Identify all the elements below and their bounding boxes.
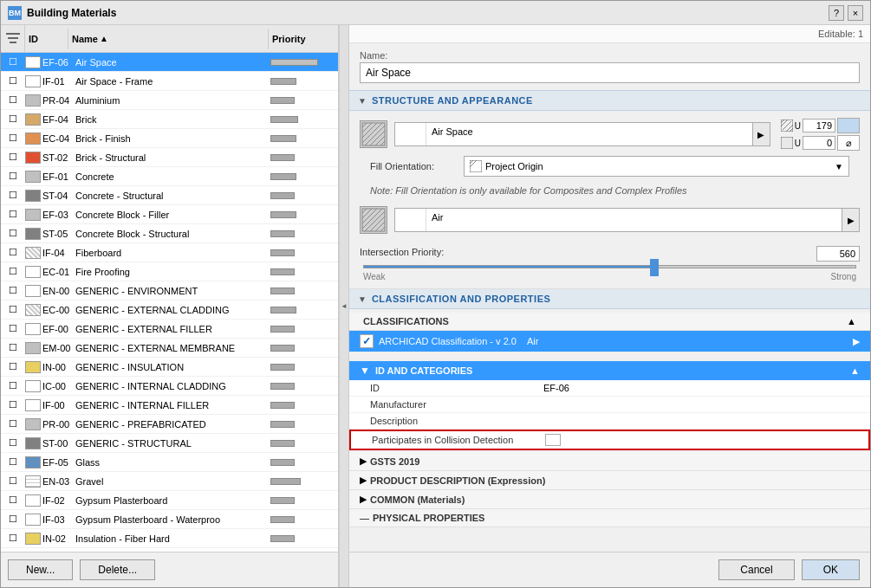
item-checkbox[interactable]: ☐ <box>1 304 25 315</box>
list-item[interactable]: ☐ ST-05 Concrete Block - Structural <box>1 224 338 243</box>
slider-track[interactable] <box>363 265 856 268</box>
right-panel: Editable: 1 Name: ▼ STRUCTURE AND APPEAR… <box>349 25 870 587</box>
item-checkbox[interactable]: ☐ <box>1 494 25 506</box>
item-checkbox[interactable]: ☐ <box>1 475 25 487</box>
list-item[interactable]: ☐ ST-02 Brick - Structural <box>1 148 338 167</box>
archicad-classification-row[interactable]: ✓ ARCHICAD Classification - v 2.0 Air ▶ <box>349 331 870 352</box>
item-checkbox[interactable]: ☐ <box>1 228 25 239</box>
svg-line-11 <box>380 141 385 145</box>
material2-selector[interactable]: Air ▶ <box>394 208 860 232</box>
num-input-1[interactable] <box>803 119 835 132</box>
list-item[interactable]: ☐ IF-00 GENERIC - INTERNAL FILLER <box>1 396 338 415</box>
item-id: EF-03 <box>41 210 74 220</box>
right-scroll-area[interactable]: Name: ▼ STRUCTURE AND APPEARANCE <box>349 43 870 552</box>
list-item[interactable]: ☐ IF-01 Air Space - Frame <box>1 72 338 91</box>
list-item[interactable]: ☐ EF-06 Air Space <box>1 53 338 72</box>
list-item[interactable]: ☐ IF-02 Gypsum Plasterboard <box>1 491 338 510</box>
svg-line-17 <box>790 128 793 132</box>
intersection-value-input[interactable] <box>816 246 860 262</box>
close-button[interactable]: × <box>848 5 863 21</box>
item-checkbox[interactable]: ☐ <box>1 247 25 258</box>
material1-expand-btn[interactable]: ▶ <box>752 123 770 145</box>
diameter-btn[interactable]: ⌀ <box>837 135 860 151</box>
material-list[interactable]: ☐ EF-06 Air Space ☐ IF-01 Air Space - Fr… <box>1 53 338 552</box>
list-item[interactable]: ☐ EM-00 GENERIC - EXTERNAL MEMBRANE <box>1 339 338 358</box>
svg-line-15 <box>783 121 791 130</box>
col-name-header[interactable]: Name ▲ <box>68 29 269 49</box>
cancel-button[interactable]: Cancel <box>718 559 794 580</box>
item-checkbox[interactable]: ☐ <box>1 361 25 372</box>
material1-selector[interactable]: Air Space ▶ <box>394 122 770 146</box>
new-button[interactable]: New... <box>8 559 73 580</box>
item-name: GENERIC - EXTERNAL FILLER <box>74 324 269 334</box>
material2-expand-btn[interactable]: ▶ <box>842 209 859 231</box>
list-item[interactable]: ☐ IF-04 Fiberboard <box>1 243 338 262</box>
item-checkbox[interactable]: ☐ <box>1 152 25 163</box>
list-item[interactable]: ☐ EF-01 Concrete <box>1 167 338 186</box>
physical-sub-header[interactable]: — PHYSICAL PROPERTIES <box>349 509 870 527</box>
item-checkbox[interactable]: ☐ <box>1 209 25 220</box>
item-checkbox[interactable]: ☐ <box>1 132 25 144</box>
product-expand-icon: ▶ <box>360 475 367 486</box>
item-checkbox[interactable]: ☐ <box>1 342 25 353</box>
item-checkbox[interactable]: ☐ <box>1 190 25 201</box>
item-checkbox[interactable]: ☐ <box>1 94 25 106</box>
svg-line-29 <box>375 222 385 231</box>
panel-separator[interactable]: ◄ <box>339 25 349 587</box>
id-section-scroll-icon[interactable]: ▲ <box>850 365 860 376</box>
list-item[interactable]: ☐ EC-04 Brick - Finish <box>1 129 338 148</box>
id-section-header[interactable]: ▼ ID AND CATEGORIES ▲ <box>349 361 870 380</box>
collision-checkbox[interactable] <box>545 434 561 446</box>
item-swatch <box>25 171 41 183</box>
item-checkbox[interactable]: ☐ <box>1 171 25 182</box>
list-item[interactable]: ☐ ST-04 Concrete - Structural <box>1 186 338 205</box>
common-sub-header[interactable]: ▶ COMMON (Materials) <box>349 490 870 509</box>
list-item[interactable]: ☐ EF-00 GENERIC - EXTERNAL FILLER <box>1 320 338 339</box>
item-checkbox[interactable]: ☐ <box>1 285 25 296</box>
list-item[interactable]: ☐ PR-04 Aluminium <box>1 91 338 110</box>
list-item[interactable]: ☐ EC-00 GENERIC - EXTERNAL CLADDING <box>1 300 338 320</box>
list-item[interactable]: ☐ ST-00 GENERIC - STRUCTURAL <box>1 434 338 453</box>
item-id: IF-03 <box>41 514 74 525</box>
classifications-scroll-up-icon[interactable]: ▲ <box>847 316 856 326</box>
item-checkbox[interactable]: ☐ <box>1 418 25 430</box>
item-checkbox[interactable]: ☐ <box>1 113 25 125</box>
list-item[interactable]: ☐ EF-04 Brick <box>1 110 338 129</box>
item-checkbox[interactable]: ☐ <box>1 56 25 68</box>
color-swatch-1[interactable] <box>837 118 860 133</box>
item-checkbox[interactable]: ☐ <box>1 266 25 277</box>
gsts-sub-header[interactable]: ▶ GSTS 2019 <box>349 452 870 471</box>
fill-orientation-dropdown[interactable]: Project Origin ▼ <box>464 156 849 177</box>
help-button[interactable]: ? <box>829 5 844 21</box>
product-sub-header[interactable]: ▶ PRODUCT DESCRIPTION (Expression) <box>349 471 870 490</box>
item-checkbox[interactable]: ☐ <box>1 437 25 449</box>
structure-section-header[interactable]: ▼ STRUCTURE AND APPEARANCE <box>349 90 870 111</box>
ok-button[interactable]: OK <box>802 559 860 580</box>
item-swatch <box>25 304 41 316</box>
item-checkbox[interactable]: ☐ <box>1 380 25 391</box>
item-checkbox[interactable]: ☐ <box>1 75 25 87</box>
item-name: Brick - Structural <box>74 152 269 163</box>
name-input[interactable] <box>360 62 860 83</box>
slider-thumb[interactable] <box>650 259 659 276</box>
item-checkbox[interactable]: ☐ <box>1 533 25 544</box>
list-item[interactable]: ☐ IN-00 GENERIC - INSULATION <box>1 358 338 377</box>
item-checkbox[interactable]: ☐ <box>1 323 25 334</box>
list-item[interactable]: ☐ EN-00 GENERIC - ENVIRONMENT <box>1 281 338 300</box>
delete-button[interactable]: Delete... <box>80 559 155 580</box>
list-item[interactable]: ☐ EN-03 Gravel <box>1 472 338 491</box>
classification-header[interactable]: ▼ CLASSIFICATION AND PROPERTIES <box>349 289 870 309</box>
list-item[interactable]: ☐ EF-05 Glass <box>1 453 338 472</box>
item-checkbox[interactable]: ☐ <box>1 456 25 468</box>
item-checkbox[interactable]: ☐ <box>1 399 25 410</box>
list-item[interactable]: ☐ PR-00 GENERIC - PREFABRICATED <box>1 415 338 434</box>
classification-row-arrow-icon[interactable]: ▶ <box>853 336 860 347</box>
item-checkbox[interactable]: ☐ <box>1 514 25 525</box>
list-item[interactable]: ☐ IN-02 Insulation - Fiber Hard <box>1 529 338 548</box>
list-item[interactable]: ☐ IF-03 Gypsum Plasterboard - Waterproo <box>1 510 338 529</box>
archicad-checkbox[interactable]: ✓ <box>360 334 374 348</box>
list-item[interactable]: ☐ EC-01 Fire Proofing <box>1 262 338 281</box>
list-item[interactable]: ☐ IC-00 GENERIC - INTERNAL CLADDING <box>1 377 338 396</box>
list-item[interactable]: ☐ EF-03 Concrete Block - Filler <box>1 205 338 224</box>
num-input-2[interactable] <box>803 136 835 150</box>
